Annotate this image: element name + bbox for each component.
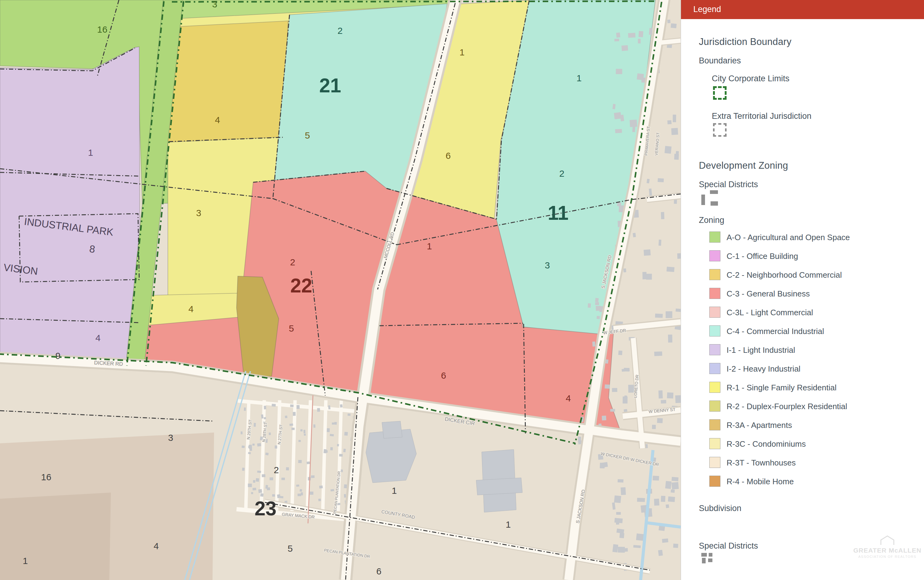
building [330, 447, 333, 450]
legend-header[interactable]: Legend [681, 0, 924, 19]
building [596, 306, 601, 311]
building [587, 303, 591, 308]
building [618, 351, 622, 355]
parcel-number-label: 1 [23, 556, 28, 566]
building [674, 199, 677, 204]
parcel-number-label: 5 [289, 323, 294, 333]
building [301, 492, 303, 495]
zone-c2-gold[interactable] [167, 21, 288, 142]
building [258, 489, 262, 493]
development-zoning-heading: Development Zoning [699, 160, 788, 171]
building [667, 392, 673, 398]
building [592, 341, 596, 346]
building [642, 272, 647, 279]
building [661, 400, 666, 404]
zoning-color-swatch [710, 325, 720, 336]
boundaries-heading: Boundaries [699, 56, 741, 66]
building [624, 269, 626, 272]
zoning-color-swatch [710, 344, 720, 355]
building [614, 112, 621, 119]
building [661, 212, 664, 219]
zoning-map[interactable]: 212211231631445163421232156493162111456I… [0, 0, 681, 580]
building [343, 448, 346, 452]
building [673, 544, 678, 548]
building [616, 69, 622, 74]
building [671, 128, 678, 135]
zoning-item-label: A-O - Agricultural and Open Space [726, 233, 850, 242]
building [657, 418, 663, 423]
building [644, 249, 651, 256]
building [655, 314, 663, 318]
zoning-item-label: I-1 - Light Industrial [726, 345, 795, 355]
zoning-item-label: C-3L - Light Commercial [726, 308, 813, 317]
building [677, 253, 681, 259]
map-canvas[interactable]: 212211231631445163421232156493162111456I… [0, 0, 681, 580]
building [638, 39, 641, 43]
zoning-item-label: C-2 - Neighborhood Commercial [726, 270, 842, 280]
zoning-color-swatch [710, 476, 720, 487]
building [297, 493, 301, 496]
building [610, 409, 615, 412]
zoning-color-swatch [710, 400, 720, 412]
building [665, 481, 672, 489]
building [612, 388, 617, 392]
building [242, 468, 245, 471]
parcel-number-label: 5 [305, 130, 310, 140]
zoning-item-label: I-2 - Heavy Industrial [726, 364, 800, 374]
building [260, 493, 264, 497]
building [299, 440, 301, 442]
building [667, 120, 672, 124]
zoning-color-swatch [710, 363, 720, 374]
building [668, 334, 672, 343]
building [675, 308, 681, 312]
building [264, 406, 266, 409]
building [624, 368, 629, 372]
building [620, 487, 626, 495]
building [622, 548, 628, 552]
realtor-watermark: GREATER McALLEN ASSOCIATION OF REALTORS [847, 535, 924, 559]
special-districts-label-2: Special Districts [699, 541, 758, 551]
building [253, 480, 255, 483]
building [619, 533, 624, 538]
parcel-number-label: 1 [427, 241, 432, 251]
building [272, 494, 275, 497]
section-number-label: 11 [548, 202, 569, 224]
parcel-number-label: 6 [441, 370, 446, 381]
building [334, 422, 337, 425]
building [290, 405, 294, 407]
road-stub2[interactable] [655, 41, 681, 43]
building [637, 498, 645, 502]
house-logo-icon [879, 535, 896, 545]
building [332, 422, 334, 425]
parcel-number-label: 2 [290, 257, 295, 267]
building [614, 39, 619, 41]
building [254, 423, 256, 427]
building [337, 444, 339, 447]
legend-panel: Legend Jurisdiction Boundary Boundaries … [681, 0, 924, 580]
building [304, 433, 306, 436]
building [605, 384, 610, 389]
parcel-number-label: 5 [288, 543, 293, 554]
extra-territorial-icon [713, 123, 726, 137]
zone-i1-purple[interactable] [0, 47, 140, 362]
zoning-color-swatch [710, 438, 720, 449]
building [296, 484, 299, 487]
building [311, 475, 315, 478]
parcel-number-label: 2 [274, 465, 279, 475]
building [272, 404, 276, 407]
building [653, 476, 659, 481]
building [636, 534, 644, 541]
building [251, 492, 253, 494]
building [304, 430, 305, 433]
parcel-number-label: 2 [338, 26, 343, 36]
parcel-number-label: 1 [88, 147, 93, 158]
building [286, 467, 289, 470]
building [674, 154, 679, 160]
parcel-number-label: 16 [97, 24, 107, 35]
building [637, 73, 644, 80]
building [252, 443, 254, 446]
parcel-number-label: 3 [545, 260, 550, 270]
watermark-line2: ASSOCIATION OF REALTORS [847, 555, 924, 559]
building [290, 423, 293, 426]
parcel-number-label: 6 [376, 566, 382, 576]
